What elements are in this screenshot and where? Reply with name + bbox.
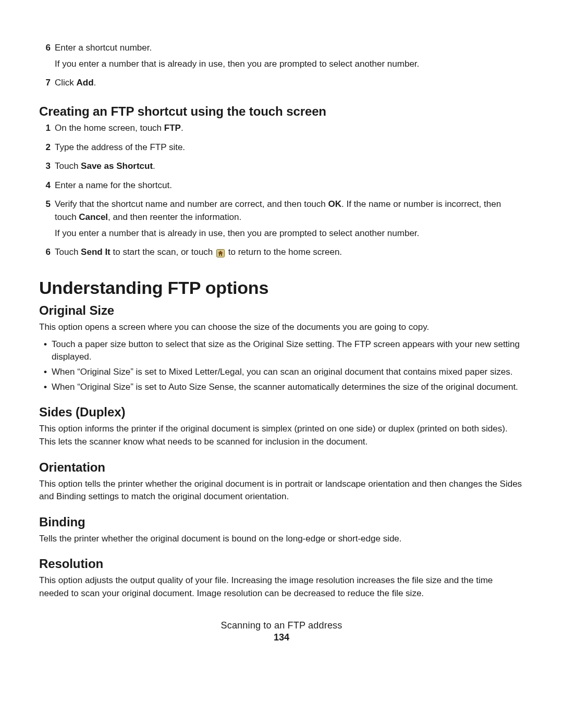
document-page: 6 Enter a shortcut number. If you enter … [0,0,563,728]
heading-original-size: Original Size [39,303,524,318]
resolution-text: This option adjusts the output quality o… [39,574,524,600]
original-size-bullets: •Touch a paper size button to select tha… [39,338,524,394]
touch-step-2: 2 Type the address of the FTP site. [39,141,524,157]
footer-title: Scanning to an FTP address [39,620,524,631]
step-text: Click Add. [55,77,524,90]
original-size-intro: This option opens a screen where you can… [39,321,524,334]
touch-screen-steps: 1 On the home screen, touch FTP. 2 Type … [39,122,524,262]
page-footer: Scanning to an FTP address 134 [39,620,524,643]
step-note: If you enter a number that is already in… [55,227,524,240]
touch-step-5: 5 Verify that the shortcut name and numb… [39,198,524,243]
step-text: Enter a name for the shortcut. [55,179,524,192]
step-number: 6 [39,246,51,259]
heading-resolution: Resolution [39,557,524,571]
bullet-icon: • [39,366,52,379]
step-number: 5 [39,198,51,211]
step-text: On the home screen, touch FTP. [55,122,524,135]
step-number: 2 [39,141,51,154]
sides-text: This option informs the printer if the o… [39,423,524,448]
footer-page-number: 134 [39,632,524,643]
step-text: Touch Save as Shortcut. [55,160,524,173]
step-text: Touch Send It to start the scan, or touc… [55,246,524,259]
list-item: •When “Original Size” is set to Auto Siz… [39,381,524,394]
step-6: 6 Enter a shortcut number. If you enter … [39,42,524,73]
step-note: If you enter a number that is already in… [55,58,524,71]
list-item: •When “Original Size” is set to Mixed Le… [39,366,524,379]
heading-touch-screen: Creating an FTP shortcut using the touch… [39,104,524,119]
home-icon [216,249,225,257]
bullet-icon: • [39,381,52,394]
step-text: Type the address of the FTP site. [55,141,524,154]
step-number: 3 [39,160,51,173]
touch-step-1: 1 On the home screen, touch FTP. [39,122,524,138]
step-7: 7 Click Add. [39,77,524,93]
heading-sides: Sides (Duplex) [39,405,524,419]
step-number: 1 [39,122,51,135]
touch-step-4: 4 Enter a name for the shortcut. [39,179,524,195]
touch-step-6: 6 Touch Send It to start the scan, or to… [39,246,524,262]
bullet-icon: • [39,338,52,351]
step-number: 6 [39,42,51,55]
shortcut-steps-continued: 6 Enter a shortcut number. If you enter … [39,42,524,93]
heading-understanding-ftp: Understanding FTP options [39,278,524,298]
step-text: Verify that the shortcut name and number… [55,198,524,224]
step-number: 4 [39,179,51,192]
binding-text: Tells the printer whether the original d… [39,533,524,546]
orientation-text: This option tells the printer whether th… [39,478,524,503]
step-number: 7 [39,77,51,90]
heading-binding: Binding [39,515,524,529]
touch-step-3: 3 Touch Save as Shortcut. [39,160,524,176]
list-item: •Touch a paper size button to select tha… [39,338,524,364]
step-text: Enter a shortcut number. [55,42,524,55]
heading-orientation: Orientation [39,460,524,475]
